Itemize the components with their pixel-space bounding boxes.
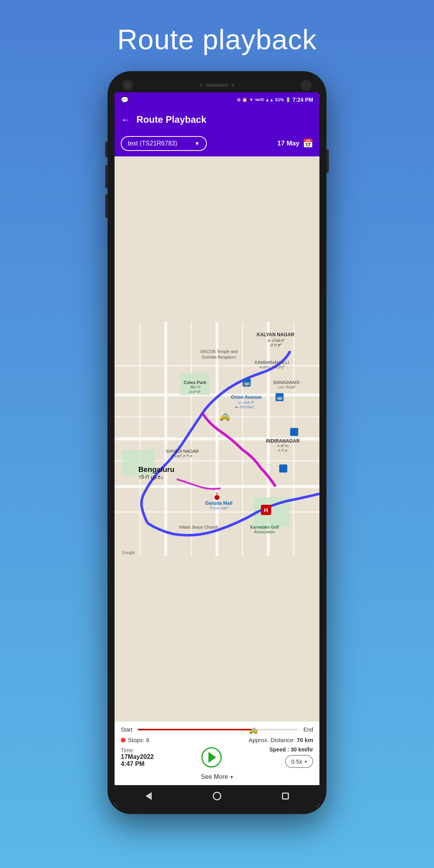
flash-sensor bbox=[301, 80, 312, 91]
svg-text:ನಗರ: ನಗರ bbox=[277, 449, 288, 453]
dnd-icon: ⊖ bbox=[237, 97, 240, 102]
see-more-label: See More bbox=[201, 773, 228, 780]
battery-icon: 🔋 bbox=[285, 97, 291, 102]
time-section: Time: 17May2022 4:47 PM bbox=[121, 747, 154, 768]
dropdown-arrow-icon: ▼ bbox=[194, 140, 200, 147]
svg-text:ಬಾನಸ್ವಾಡಿ: ಬಾನಸ್ವಾಡಿ bbox=[278, 386, 296, 389]
time-label: Time: bbox=[121, 747, 134, 753]
svg-rect-55 bbox=[290, 428, 298, 436]
play-icon bbox=[208, 752, 216, 763]
svg-text:🚌: 🚌 bbox=[276, 394, 283, 401]
svg-text:ಕಮ್ಮನಹಳ್ಳಿ: ಕಮ್ಮನಹಳ್ಳಿ bbox=[259, 366, 285, 369]
svg-text:📍: 📍 bbox=[215, 492, 219, 497]
phone-sensors bbox=[200, 84, 234, 87]
svg-text:ಒರಾಯನ್: ಒರಾಯನ್ bbox=[239, 401, 254, 405]
phone-notch bbox=[115, 78, 319, 92]
date-label: 17 May bbox=[277, 140, 299, 147]
alarm-icon: ⏰ bbox=[242, 97, 247, 102]
time-value: 17May2022 4:47 PM bbox=[121, 753, 154, 768]
app-bar-title: Route Playback bbox=[136, 114, 206, 125]
svg-text:Association: Association bbox=[254, 530, 275, 534]
map-area[interactable]: 🚕 📍 H KALYAN NAGAR ಕಲ್ಯಾಣ್ ನಗರ್ KAMMANAH… bbox=[115, 156, 319, 721]
volume-up-button bbox=[105, 142, 108, 157]
svg-text:ಶಿವಾಜಿನಗರ: ಶಿವಾಜಿನಗರ bbox=[172, 454, 193, 458]
info-row: Stops: 6 Approx. Distance: 70 km bbox=[121, 737, 313, 743]
speed-dropdown-arrow-icon: ▾ bbox=[305, 759, 307, 764]
nav-home-icon bbox=[213, 792, 221, 800]
sensor-dot bbox=[200, 84, 203, 87]
speed-dropdown[interactable]: 0.5x ▾ bbox=[285, 755, 313, 768]
svg-text:ಇಂದಿರಾ: ಇಂದಿರಾ bbox=[277, 444, 289, 448]
distance-label: Approx. Distance: bbox=[249, 737, 295, 743]
stop-indicator-dot bbox=[121, 738, 126, 742]
nav-recents-button[interactable] bbox=[279, 790, 292, 802]
svg-text:Coles Park: Coles Park bbox=[184, 380, 207, 385]
svg-text:BANASWADI: BANASWADI bbox=[273, 380, 299, 385]
page-title: Route playback bbox=[117, 23, 317, 56]
nav-back-icon bbox=[145, 792, 152, 800]
nav-recents-icon bbox=[282, 793, 289, 800]
svg-text:ನಗರ್: ನಗರ್ bbox=[270, 343, 282, 348]
status-bar-right: ⊖ ⏰ ▼ VoLTE ▲▲ 51% 🔋 7:24 PM bbox=[237, 97, 313, 103]
vehicle-dropdown[interactable]: text (TS21R6783) ▼ bbox=[121, 136, 207, 151]
see-more-row[interactable]: See More ▾ bbox=[121, 771, 313, 780]
front-camera bbox=[122, 80, 133, 91]
status-bar-left: 💬 bbox=[121, 96, 129, 104]
svg-text:H: H bbox=[264, 507, 268, 513]
svg-text:Google: Google bbox=[122, 551, 135, 555]
app-bar: ← Route Playback bbox=[115, 107, 319, 132]
slider-start-label: Start bbox=[121, 726, 135, 733]
toolbar: text (TS21R6783) ▼ 17 May 📅 bbox=[115, 132, 319, 156]
nav-home-button[interactable] bbox=[211, 790, 223, 802]
stops-info: Stops: 6 bbox=[121, 737, 149, 743]
stops-label: Stops: 6 bbox=[128, 737, 149, 743]
distance-info: Approx. Distance: 70 km bbox=[249, 737, 313, 743]
svg-text:KALYAN NAGAR: KALYAN NAGAR bbox=[257, 332, 295, 338]
map-svg: 🚕 📍 H KALYAN NAGAR ಕಲ್ಯಾಣ್ ನಗರ್ KAMMANAH… bbox=[115, 156, 319, 721]
speed-section: Speed : 30 km/hr 0.5x ▾ bbox=[269, 746, 313, 768]
status-bar: 💬 ⊖ ⏰ ▼ VoLTE ▲▲ 51% 🔋 7:24 PM bbox=[115, 92, 319, 107]
svg-text:INDIRANAGAR: INDIRANAGAR bbox=[266, 438, 300, 444]
progress-slider-track[interactable]: 🚕 bbox=[138, 729, 298, 730]
calendar-icon: 📅 bbox=[303, 138, 313, 149]
wifi-icon: ▼ bbox=[249, 97, 253, 102]
svg-text:ಪಾರ್ಕ್: ಪಾರ್ಕ್ bbox=[189, 390, 201, 394]
back-button[interactable]: ← bbox=[121, 114, 130, 125]
svg-rect-56 bbox=[279, 464, 287, 473]
svg-text:KAMMANAHALLI: KAMMANAHALLI bbox=[255, 360, 289, 365]
clock: 7:24 PM bbox=[292, 97, 313, 103]
slider-end-label: End bbox=[301, 726, 313, 733]
camera-button bbox=[105, 194, 108, 218]
play-button[interactable] bbox=[201, 747, 222, 768]
svg-text:Karnataka Golf: Karnataka Golf bbox=[250, 525, 279, 529]
time-date: 17May2022 bbox=[121, 753, 154, 760]
volume-down-button bbox=[105, 165, 108, 188]
phone-nav-bar bbox=[115, 785, 319, 807]
svg-text:ಬೆಂಗಳೂರು: ಬೆಂಗಳೂರು bbox=[138, 474, 163, 481]
earpiece-speaker bbox=[205, 84, 229, 87]
svg-text:ISKCON Temple and: ISKCON Temple and bbox=[200, 350, 238, 354]
svg-text:SHIVAJI NAGAR: SHIVAJI NAGAR bbox=[166, 449, 199, 454]
svg-text:Orion Avenue: Orion Avenue bbox=[231, 395, 262, 400]
svg-text:ಈಸ್ಟ್ ಮಾಲ್...: ಈಸ್ಟ್ ಮಾಲ್... bbox=[235, 405, 257, 409]
svg-text:Bengaluru: Bengaluru bbox=[138, 465, 174, 473]
svg-text:Goshala Bengaluru: Goshala Bengaluru bbox=[202, 355, 236, 359]
slider-thumb-icon: 🚕 bbox=[248, 725, 258, 734]
svg-text:Garuda Mall: Garuda Mall bbox=[205, 500, 233, 506]
phone-shell: 💬 ⊖ ⏰ ▼ VoLTE ▲▲ 51% 🔋 7:24 PM ← Route P… bbox=[108, 71, 326, 814]
svg-text:🚌: 🚌 bbox=[244, 380, 250, 386]
speed-label: Speed : 30 km/hr bbox=[269, 746, 313, 753]
sensor-dot-2 bbox=[231, 84, 234, 87]
battery-percent: 51% bbox=[275, 97, 284, 102]
svg-text:ಕಲ್ಯಾಣ್: ಕಲ್ಯಾಣ್ bbox=[267, 339, 284, 343]
date-section[interactable]: 17 May 📅 bbox=[277, 138, 313, 149]
svg-text:Infant Jesus Church: Infant Jesus Church bbox=[179, 525, 218, 529]
svg-text:ಗರುಡ ಮಾಲ್: ಗರುಡ ಮಾಲ್ bbox=[209, 506, 229, 510]
volte-icon: VoLTE bbox=[255, 98, 264, 102]
nav-back-button[interactable] bbox=[142, 790, 155, 802]
svg-text:ಕೋಲ್ಸ್: ಕೋಲ್ಸ್ bbox=[190, 385, 201, 389]
progress-slider-row[interactable]: Start 🚕 End bbox=[121, 726, 313, 733]
time-clock: 4:47 PM bbox=[121, 760, 154, 768]
phone-screen: 💬 ⊖ ⏰ ▼ VoLTE ▲▲ 51% 🔋 7:24 PM ← Route P… bbox=[115, 92, 319, 807]
whatsapp-icon: 💬 bbox=[121, 96, 129, 104]
